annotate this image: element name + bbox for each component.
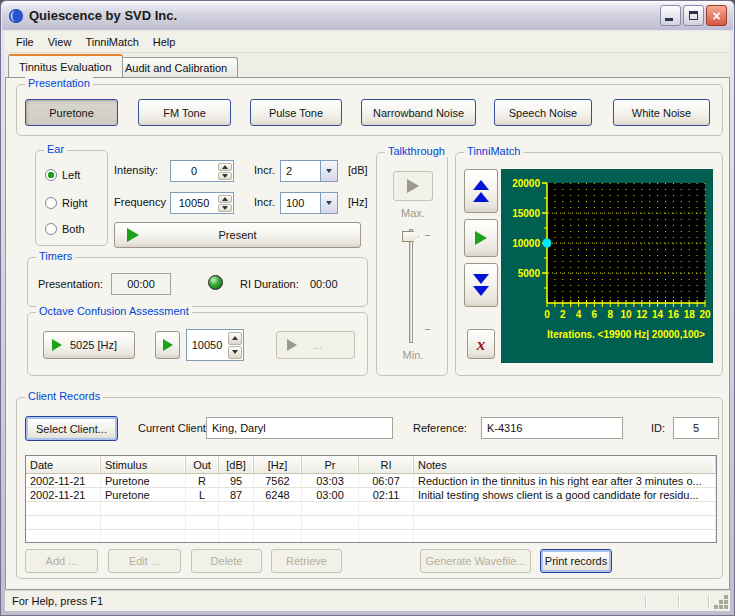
table-row[interactable]: 2002-11-21PuretoneR95756203:0306:07Reduc…	[26, 474, 716, 488]
frequency-spin-up-icon[interactable]	[218, 195, 232, 203]
table-cell: 95	[219, 474, 254, 487]
intensity-incr-combo[interactable]: 2	[280, 160, 338, 182]
slider-tick	[425, 329, 430, 330]
close-button[interactable]: ×	[706, 5, 727, 26]
intensity-spin-down-icon[interactable]	[218, 172, 232, 180]
table-row[interactable]: 2002-11-21PuretoneL87624803:0002:11Initi…	[26, 488, 716, 502]
current-client-field[interactable]: King, Daryl	[206, 417, 393, 439]
maximize-button[interactable]	[683, 5, 704, 26]
tinnimatch-chart-panel: 200001500010000500002468101214161820Iter…	[501, 169, 713, 363]
combo-dropdown-icon[interactable]	[320, 161, 337, 181]
ear-left-radio[interactable]: Left	[45, 169, 80, 181]
table-cell: R	[186, 474, 219, 487]
close-icon: ×	[712, 9, 720, 23]
white-noise-button[interactable]: White Noise	[613, 99, 710, 126]
frequency-spinner[interactable]: 10050	[170, 192, 234, 214]
table-cell: 03:00	[302, 488, 359, 501]
talkthrough-slider-track[interactable]	[409, 229, 413, 343]
speech-noise-button[interactable]: Speech Noise	[494, 99, 592, 126]
octave-frequency-spinner[interactable]: 10050	[186, 329, 244, 361]
octave-spin-up-icon[interactable]	[228, 332, 242, 345]
table-cell	[186, 502, 219, 515]
ear-right-label: Right	[62, 197, 88, 209]
table-cell: 7562	[254, 474, 302, 487]
menu-tinnimatch[interactable]: TinniMatch	[78, 33, 145, 51]
svg-text:8: 8	[607, 309, 613, 320]
records-table[interactable]: DateStimulusOut[dB][Hz]PrRINotes2002-11-…	[25, 455, 717, 543]
intensity-spin-up-icon[interactable]	[218, 163, 232, 171]
menu-bar: File View TinniMatch Help	[5, 31, 730, 53]
frequency-incr-combo[interactable]: 100	[280, 192, 338, 214]
svg-text:6: 6	[592, 309, 598, 320]
table-row[interactable]	[26, 530, 716, 543]
status-separator	[708, 595, 709, 608]
half-frequency-label: 5025 [Hz]	[70, 339, 117, 351]
column-header[interactable]: [Hz]	[254, 456, 302, 473]
octave-play-button[interactable]	[155, 331, 180, 359]
tab-tinnitus-evaluation[interactable]: Tinnitus Evaluation	[8, 54, 123, 77]
svg-text:14: 14	[652, 309, 664, 320]
table-cell: 06:07	[359, 474, 414, 487]
menu-file[interactable]: File	[9, 33, 41, 51]
frequency-spin-down-icon[interactable]	[218, 204, 232, 212]
pulse-tone-button[interactable]: Pulse Tone	[250, 99, 342, 126]
table-cell	[219, 516, 254, 529]
svg-text:2: 2	[560, 309, 566, 320]
combo-dropdown-icon[interactable]	[320, 193, 337, 213]
column-header[interactable]: Date	[26, 456, 101, 473]
table-cell	[359, 502, 414, 515]
ear-both-radio[interactable]: Both	[45, 223, 85, 235]
tinnimatch-play-button[interactable]	[464, 219, 498, 257]
table-cell	[254, 530, 302, 543]
column-header[interactable]: Notes	[414, 456, 716, 473]
svg-text:5000: 5000	[518, 268, 541, 279]
reference-field[interactable]: K-4316	[481, 417, 623, 439]
narrowband-noise-button[interactable]: Narrowband Noise	[361, 99, 476, 126]
svg-text:18: 18	[684, 309, 696, 320]
tinnimatch-down-button[interactable]	[464, 263, 498, 307]
table-cell	[414, 530, 716, 543]
column-header[interactable]: RI	[359, 456, 414, 473]
puretone-button[interactable]: Puretone	[25, 99, 118, 126]
tinnimatch-cancel-button[interactable]: x	[467, 329, 495, 359]
tinnimatch-up-button[interactable]	[464, 169, 498, 213]
title-bar[interactable]: Quiescence by SVD Inc. ×	[2, 1, 733, 30]
ri-duration-label: RI Duration:	[240, 278, 299, 290]
menu-view[interactable]: View	[41, 33, 79, 51]
intensity-spinner[interactable]: 0	[170, 160, 234, 182]
table-cell	[302, 530, 359, 543]
id-label: ID:	[651, 422, 665, 434]
status-separator	[645, 595, 646, 608]
fm-tone-button[interactable]: FM Tone	[138, 99, 231, 126]
select-client-button[interactable]: Select Client...	[25, 416, 118, 441]
present-button[interactable]: Present	[114, 222, 361, 248]
table-cell: 2002-11-21	[26, 474, 101, 487]
ear-group: Ear Left Right Both	[35, 150, 108, 246]
menu-help[interactable]: Help	[146, 33, 183, 51]
table-cell	[219, 530, 254, 543]
octave-spin-down-icon[interactable]	[228, 346, 242, 359]
svg-text:20: 20	[699, 309, 711, 320]
ear-right-radio[interactable]: Right	[45, 197, 88, 209]
column-header[interactable]: [dB]	[219, 456, 254, 473]
svg-text:15000: 15000	[512, 208, 540, 219]
svg-text:0: 0	[544, 309, 550, 320]
table-row[interactable]	[26, 502, 716, 516]
retrieve-button: Retrieve	[271, 549, 342, 573]
column-header[interactable]: Stimulus	[101, 456, 186, 473]
column-header[interactable]: Out	[186, 456, 219, 473]
client-area: File View TinniMatch Help Tinnitus Evalu…	[5, 31, 730, 611]
table-cell	[302, 516, 359, 529]
table-cell	[186, 516, 219, 529]
resize-grip-icon[interactable]	[724, 605, 728, 609]
column-header[interactable]: Pr	[302, 456, 359, 473]
table-cell: Puretone	[101, 474, 186, 487]
table-cell	[186, 530, 219, 543]
print-records-button[interactable]: Print records	[540, 549, 612, 573]
table-cell	[414, 502, 716, 515]
minimize-button[interactable]	[660, 5, 681, 26]
table-row[interactable]	[26, 516, 716, 530]
talkthrough-slider-thumb[interactable]	[402, 231, 419, 242]
tab-audit-and-calibration[interactable]: Audit and Calibration	[114, 57, 238, 77]
half-frequency-play-button[interactable]: 5025 [Hz]	[43, 331, 135, 359]
